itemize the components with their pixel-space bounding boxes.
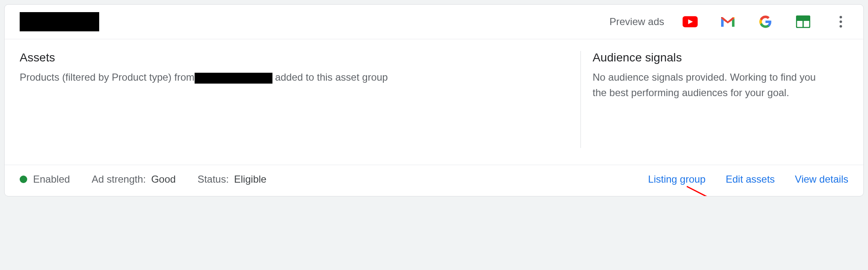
- ad-strength-value: Good: [151, 173, 176, 185]
- svg-rect-7: [796, 16, 810, 21]
- channel-icons: [683, 14, 848, 29]
- enabled-label: Enabled: [33, 173, 70, 185]
- gmail-icon[interactable]: [720, 14, 735, 29]
- more-options-icon[interactable]: [833, 14, 848, 29]
- assets-section: Assets Products (filtered by Product typ…: [20, 51, 580, 148]
- listing-group-button[interactable]: Listing group: [648, 173, 706, 185]
- preview-ads-label[interactable]: Preview ads: [609, 16, 664, 28]
- card-footer: Enabled Ad strength: Good Status: Eligib…: [5, 165, 863, 196]
- enabled-status: Enabled: [20, 173, 70, 185]
- asset-group-name-redacted: [20, 12, 99, 31]
- ad-strength-label: Ad strength:: [92, 173, 146, 185]
- enabled-dot-icon: [20, 176, 27, 183]
- header-actions: Preview ads: [609, 14, 848, 29]
- youtube-icon[interactable]: [683, 14, 698, 29]
- edit-assets-button[interactable]: Edit assets: [726, 173, 775, 185]
- ad-strength: Ad strength: Good: [92, 173, 176, 185]
- status-label: Status:: [198, 173, 229, 185]
- status-value: Eligible: [234, 173, 266, 185]
- view-details-button[interactable]: View details: [795, 173, 848, 185]
- google-icon[interactable]: [758, 14, 773, 29]
- card-header: Preview ads: [5, 5, 863, 39]
- audience-signals-section: Audience signals No audience signals pro…: [580, 51, 848, 148]
- asset-group-card: Preview ads Ass: [4, 4, 864, 196]
- audience-description: No audience signals provided. Working to…: [593, 69, 827, 100]
- footer-status-group: Enabled Ad strength: Good Status: Eligib…: [20, 173, 267, 185]
- audience-title: Audience signals: [593, 51, 848, 64]
- assets-description: Products (filtered by Product type) from…: [20, 71, 388, 83]
- card-body: Assets Products (filtered by Product typ…: [5, 39, 863, 165]
- assets-title: Assets: [20, 51, 564, 64]
- footer-actions: Listing group Edit assets View details: [648, 173, 848, 185]
- eligibility-status: Status: Eligible: [198, 173, 267, 185]
- merchant-name-redacted: [195, 73, 272, 84]
- discover-icon[interactable]: [796, 14, 811, 29]
